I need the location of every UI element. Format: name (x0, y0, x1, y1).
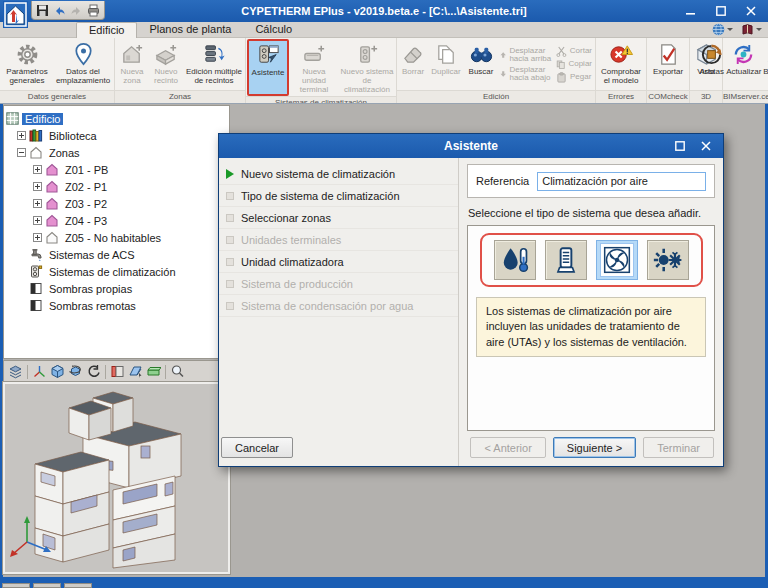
group-label: Edición (397, 90, 595, 103)
next-button[interactable]: Siguiente > (553, 437, 636, 458)
step-tipo-sistema[interactable]: Tipo de sistema de climatización (219, 185, 458, 207)
parametros-generales-button[interactable]: Parámetros generales (1, 39, 53, 90)
group-label: Sistemas de climatización (246, 96, 396, 103)
axes-icon[interactable] (32, 364, 47, 379)
nuevo-sistema-climatizacion-button[interactable]: Nuevo sistema de climatización (339, 39, 395, 96)
duplicar-button[interactable]: Duplicar (428, 39, 464, 90)
air-system-button[interactable] (596, 240, 638, 280)
user-barbara-button[interactable]: Bárbara (762, 39, 768, 90)
desplazar-arriba-button[interactable]: Desplazar hacia arriba (500, 47, 552, 64)
cortar-button[interactable]: Cortar (556, 46, 592, 57)
close-button[interactable] (736, 0, 766, 22)
redo-icon[interactable] (70, 4, 83, 17)
tree-item-z05[interactable]: Z05 - No habitables (6, 229, 227, 246)
expander-icon[interactable] (17, 148, 26, 157)
dialog-close-button[interactable] (693, 134, 719, 158)
tree-item-z04[interactable]: Z04 - P3 (6, 212, 227, 229)
dialog-maximize-button[interactable] (667, 134, 693, 158)
step-unidad-climatizadora[interactable]: Unidad climatizadora (219, 251, 458, 273)
water-system-button[interactable] (494, 240, 536, 280)
step-marker-icon (226, 214, 234, 222)
layers-icon[interactable] (8, 364, 23, 379)
borrar-button[interactable]: Borrar (398, 39, 428, 90)
ribbon-group-datos-generales: Parámetros generales Datos del emplazami… (0, 38, 115, 103)
tree-item-biblioteca[interactable]: Biblioteca (6, 127, 227, 144)
step-sistema-produccion[interactable]: Sistema de producción (219, 273, 458, 295)
tab-planos-de-planta[interactable]: Planos de planta (137, 22, 243, 38)
location-pin-icon (71, 42, 96, 67)
tree-item-sombras-propias[interactable]: Sombras propias (6, 280, 227, 297)
shadow-icon (29, 282, 43, 295)
desplazar-abajo-button[interactable]: Desplazar hacia abajo (500, 66, 552, 83)
step-seleccionar-zonas[interactable]: Seleccionar zonas (219, 207, 458, 229)
expander-icon[interactable] (17, 131, 26, 140)
step-condensacion-agua[interactable]: Sistema de condensación por agua (219, 295, 458, 317)
app-logo-icon[interactable] (3, 1, 28, 28)
edicion-multiple-recintos-button[interactable]: Edición múltiple de recintos (184, 39, 244, 90)
zone-pink-icon (45, 197, 59, 210)
comprobar-modelo-button[interactable]: Comprobar el modelo (597, 39, 645, 90)
step-unidades-terminales[interactable]: Unidades terminales (219, 229, 458, 251)
tree-item-sombras-remotas[interactable]: Sombras remotas (6, 297, 227, 314)
zone-pink-icon (45, 214, 59, 227)
tab-calculo[interactable]: Cálculo (243, 22, 304, 38)
previous-button[interactable]: < Anterior (470, 437, 545, 458)
tree-item-edificio[interactable]: Edificio (6, 110, 227, 127)
zoom-icon[interactable] (170, 364, 185, 379)
tree-item-sistemas-climatizacion[interactable]: Sistemas de climatización (6, 263, 227, 280)
reference-input[interactable] (537, 172, 706, 191)
actualizar-button[interactable]: Actualizar (725, 39, 762, 90)
expansion-system-icon (653, 245, 683, 275)
copiar-button[interactable]: Copiar (556, 59, 592, 70)
expander-icon[interactable] (33, 199, 42, 208)
section-red-icon[interactable] (110, 364, 125, 379)
section-green-icon[interactable] (146, 364, 161, 379)
nueva-zona-button[interactable]: Nueva zona (116, 39, 148, 90)
ribbon-group-errores: Comprobar el modelo Errores (596, 38, 647, 103)
expander-icon[interactable] (33, 233, 42, 242)
pegar-button[interactable]: Pegar (556, 72, 592, 83)
menu-tab-row: Edificio Planos de planta Cálculo (0, 22, 768, 38)
edges-icon (699, 42, 724, 67)
step-nuevo-sistema[interactable]: Nuevo sistema de climatización (219, 163, 458, 185)
minimize-button[interactable] (676, 0, 706, 22)
info-box: Los sistemas de climatización por aire i… (476, 297, 706, 357)
datos-emplazamiento-button[interactable]: Datos del emplazamiento (53, 39, 113, 90)
radiator-system-icon (551, 245, 581, 275)
expander-icon[interactable] (33, 165, 42, 174)
rotate-icon[interactable] (86, 364, 101, 379)
nueva-unidad-terminal-button[interactable]: Nueva unidad terminal (289, 39, 339, 96)
finish-button[interactable]: Terminar (643, 437, 714, 458)
print-icon[interactable] (87, 4, 100, 17)
maximize-button[interactable] (706, 0, 736, 22)
save-icon[interactable] (36, 4, 49, 17)
wizard-icon (256, 43, 281, 68)
viewport-toolbar (3, 360, 230, 382)
cancel-button[interactable]: Cancelar (221, 437, 293, 458)
dialog-footer: Cancelar < Anterior Siguiente > Terminar (221, 437, 714, 458)
expansion-system-button[interactable] (647, 240, 689, 280)
tree-item-z02[interactable]: Z02 - P1 (6, 178, 227, 195)
tree-item-z03[interactable]: Z03 - P2 (6, 195, 227, 212)
radiator-system-button[interactable] (545, 240, 587, 280)
expander-icon[interactable] (33, 216, 42, 225)
group-label: COMcheck (647, 90, 689, 103)
aristas-button[interactable]: Aristas (698, 39, 725, 90)
globe-icon[interactable] (712, 23, 733, 36)
tab-edificio[interactable]: Edificio (76, 22, 137, 38)
tree-item-sistemas-acs[interactable]: Sistemas de ACS (6, 246, 227, 263)
expander-icon[interactable] (33, 182, 42, 191)
viewport-3d[interactable] (3, 382, 230, 574)
buscar-button[interactable]: Buscar (464, 39, 498, 90)
undo-icon[interactable] (53, 4, 66, 17)
nuevo-recinto-button[interactable]: Nuevo recinto (148, 39, 184, 90)
section-blue-icon[interactable] (128, 364, 143, 379)
iso-view-icon[interactable] (50, 364, 65, 379)
exportar-button[interactable]: Exportar (648, 39, 688, 90)
tree-item-z01[interactable]: Z01 - PB (6, 161, 227, 178)
tree-item-zonas[interactable]: Zonas (6, 144, 227, 161)
help-book-icon[interactable] (741, 23, 762, 36)
orbit-icon[interactable] (68, 364, 83, 379)
shadow-icon (29, 299, 43, 312)
asistente-button[interactable]: Asistente (247, 39, 289, 96)
